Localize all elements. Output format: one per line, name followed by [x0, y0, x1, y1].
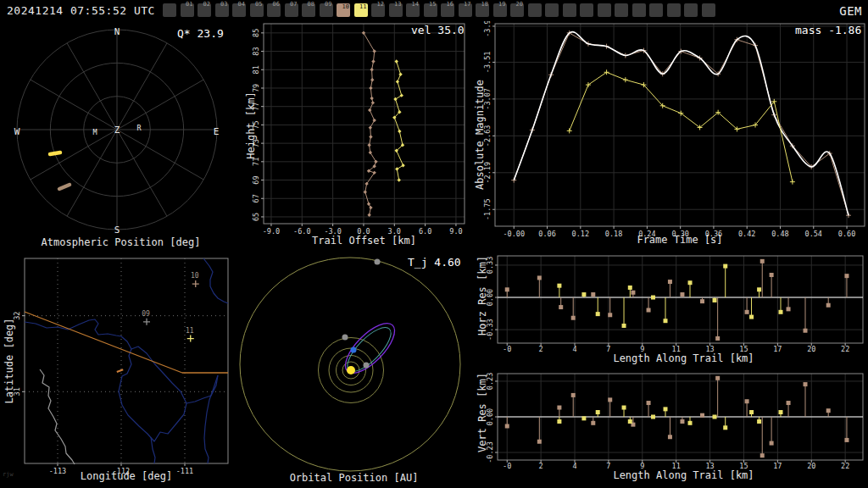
frame-box-label: 08: [308, 1, 314, 8]
latitude-ylabel: Latitude [deg]: [3, 310, 15, 412]
frame-box-06[interactable]: 06: [267, 3, 281, 17]
frame-box-00[interactable]: [163, 3, 176, 17]
frame-box-05[interactable]: 05: [250, 3, 264, 17]
timestamp: 20241214 07:55:52 UTC: [7, 4, 155, 17]
frame-box-label: 09: [325, 1, 331, 8]
frame-box-20[interactable]: 20: [510, 3, 524, 17]
light-curve-panel: -0.000.060.120.180.240.300.360.420.480.5…: [470, 21, 868, 254]
frame-box-31[interactable]: [702, 3, 715, 17]
frame-box-29[interactable]: [667, 3, 681, 17]
vert-res-ylabel: Vert Res [km]: [476, 362, 488, 463]
svg-text:69: 69: [252, 175, 260, 184]
frame-box-28[interactable]: [649, 3, 663, 17]
frame-strip: 0102030405060708091011121314151617181920: [163, 3, 739, 19]
frame-box-30[interactable]: [684, 3, 698, 17]
frame-box-15[interactable]: 15: [424, 3, 437, 17]
meteor-analysis-screen: 20241214 07:55:52 UTC 010203040506070809…: [0, 0, 868, 488]
frame-box-01[interactable]: 01: [181, 3, 194, 17]
frame-box-17[interactable]: 17: [459, 3, 472, 17]
frame-box-24[interactable]: [580, 3, 593, 17]
frame-box-22[interactable]: [545, 3, 559, 17]
svg-text:R: R: [136, 124, 142, 132]
svg-text:-3.51: -3.51: [483, 52, 492, 74]
trail-ylabel: Height [km]: [245, 75, 257, 176]
frame-time-xlabel: Frame Time [s]: [495, 234, 865, 246]
frame-box-09[interactable]: 09: [320, 3, 333, 17]
horizontal-residuals-panel: -024791113151720220.330.00-0.33: [470, 250, 868, 369]
svg-text:-3.94: -3.94: [483, 21, 492, 37]
frame-box-11[interactable]: 11: [354, 3, 368, 17]
ground-map-panel: -113-112-1113132091011: [0, 254, 242, 488]
frame-box-label: 02: [203, 1, 210, 8]
watermark: rjw: [3, 471, 14, 478]
svg-text:N: N: [114, 26, 120, 37]
frame-box-14[interactable]: 14: [406, 3, 420, 17]
trail-xlabel: Trail Offset [km]: [264, 235, 465, 247]
frame-box-label: 20: [516, 1, 523, 8]
frame-box-label: 03: [220, 1, 227, 8]
frame-box-label: 17: [464, 1, 470, 8]
frame-box-label: 06: [273, 1, 280, 8]
frame-box-10[interactable]: 10: [337, 3, 350, 17]
frame-box-label: 13: [394, 1, 401, 8]
orbital-position-panel: [237, 252, 470, 488]
svg-text:81: 81: [252, 65, 260, 74]
svg-text:Z: Z: [114, 125, 120, 136]
tisserand-annotation: T_j 4.60: [408, 256, 461, 269]
svg-text:65: 65: [252, 213, 260, 221]
frame-box-label: 15: [429, 1, 436, 8]
atmospheric-title: Atmospheric Position [deg]: [0, 236, 242, 248]
frame-box-label: 10: [342, 3, 349, 10]
frame-box-label: 14: [412, 1, 419, 8]
svg-text:67: 67: [252, 194, 260, 202]
longitude-xlabel: Longitude [deg]: [25, 470, 228, 482]
frame-box-label: 16: [447, 1, 453, 8]
svg-text:10: 10: [191, 272, 199, 280]
svg-text:09: 09: [142, 310, 150, 318]
magnitude-ylabel: Absolute Magnitude: [474, 75, 486, 194]
frame-box-label: 05: [255, 1, 262, 8]
frame-box-label: 11: [359, 3, 366, 10]
velocity-annotation: vel 35.0: [411, 24, 465, 36]
frame-box-07[interactable]: 07: [285, 3, 298, 17]
frame-box-26[interactable]: [615, 3, 628, 17]
frame-box-label: 18: [481, 1, 488, 8]
frame-box-27[interactable]: [632, 3, 646, 17]
orbital-title: Orbital Position [AU]: [237, 472, 470, 484]
frame-box-08[interactable]: 08: [302, 3, 315, 17]
svg-text:83: 83: [252, 47, 260, 55]
frame-box-label: 04: [238, 1, 245, 8]
frame-box-02[interactable]: 02: [198, 3, 211, 17]
frame-box-13[interactable]: 13: [389, 3, 403, 17]
atmospheric-position-panel: NSWEZMR: [0, 21, 242, 254]
trail-offset-panel: -9.0-6.0-3.00.03.06.09.06567697173757779…: [242, 21, 470, 254]
frame-box-21[interactable]: [528, 3, 542, 17]
svg-text:S: S: [114, 225, 120, 236]
frame-box-18[interactable]: 18: [476, 3, 489, 17]
horz-res-xlabel: Length Along Trail [km]: [504, 352, 863, 364]
svg-text:11: 11: [186, 327, 194, 335]
frame-box-23[interactable]: [563, 3, 576, 17]
shower-code-label: GEM: [839, 4, 862, 18]
svg-text:-1.75: -1.75: [483, 198, 492, 220]
horz-res-ylabel: Horz Res [km]: [476, 245, 488, 347]
frame-box-04[interactable]: 04: [232, 3, 246, 17]
frame-box-label: 12: [377, 1, 384, 8]
frame-box-19[interactable]: 19: [493, 3, 507, 17]
frame-box-03[interactable]: 03: [215, 3, 229, 17]
mass-annotation: mass -1.86: [795, 24, 861, 36]
vert-res-xlabel: Length Along Trail [km]: [504, 469, 863, 481]
svg-text:85: 85: [252, 29, 260, 37]
frame-box-label: 07: [290, 1, 297, 8]
frame-box-12[interactable]: 12: [371, 3, 385, 17]
q-star-annotation: Q* 23.9: [177, 27, 224, 40]
svg-text:E: E: [214, 126, 220, 137]
frame-box-25[interactable]: [598, 3, 611, 17]
svg-text:W: W: [14, 126, 20, 137]
svg-text:M: M: [92, 128, 97, 136]
frame-box-label: 01: [186, 1, 192, 8]
frame-box-16[interactable]: 16: [441, 3, 454, 17]
frame-box-label: 19: [498, 1, 505, 8]
